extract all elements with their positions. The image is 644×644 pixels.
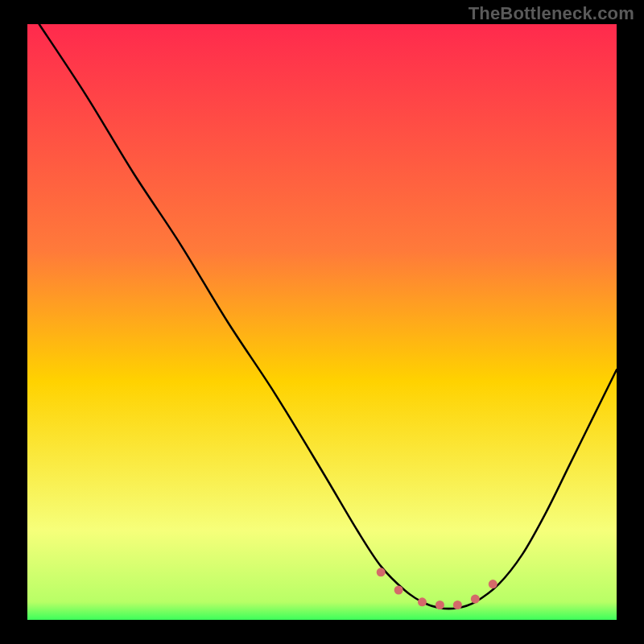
marker-dot bbox=[453, 601, 462, 609]
watermark-text: TheBottleneck.com bbox=[469, 3, 634, 24]
marker-dot bbox=[394, 586, 403, 595]
marker-dot bbox=[418, 597, 427, 606]
marker-dot bbox=[471, 595, 480, 604]
marker-dot bbox=[489, 580, 497, 588]
chart-frame: { "watermark": "TheBottleneck.com", "col… bbox=[0, 0, 644, 644]
marker-dot bbox=[377, 568, 386, 576]
bottleneck-chart bbox=[0, 0, 644, 644]
plot-background bbox=[27, 24, 617, 620]
marker-dot bbox=[436, 601, 444, 609]
